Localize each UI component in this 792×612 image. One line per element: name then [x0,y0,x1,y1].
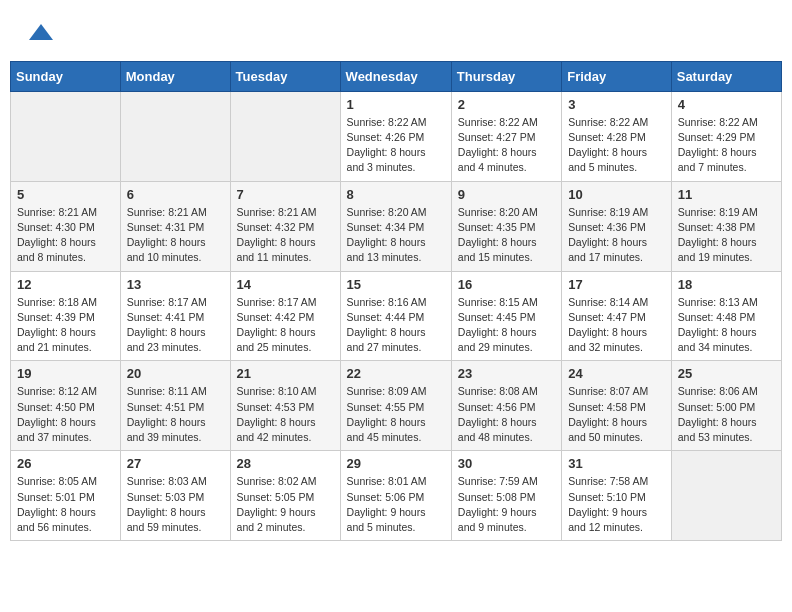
day-header-monday: Monday [120,61,230,91]
day-number: 30 [458,456,555,471]
calendar-cell: 20Sunrise: 8:11 AM Sunset: 4:51 PM Dayli… [120,361,230,451]
calendar-week-row: 26Sunrise: 8:05 AM Sunset: 5:01 PM Dayli… [11,451,782,541]
calendar-cell: 24Sunrise: 8:07 AM Sunset: 4:58 PM Dayli… [562,361,671,451]
day-info: Sunrise: 8:10 AM Sunset: 4:53 PM Dayligh… [237,384,334,445]
day-header-friday: Friday [562,61,671,91]
day-info: Sunrise: 8:21 AM Sunset: 4:30 PM Dayligh… [17,205,114,266]
day-info: Sunrise: 8:18 AM Sunset: 4:39 PM Dayligh… [17,295,114,356]
day-number: 10 [568,187,664,202]
day-info: Sunrise: 7:58 AM Sunset: 5:10 PM Dayligh… [568,474,664,535]
calendar-cell: 26Sunrise: 8:05 AM Sunset: 5:01 PM Dayli… [11,451,121,541]
day-info: Sunrise: 8:14 AM Sunset: 4:47 PM Dayligh… [568,295,664,356]
day-number: 6 [127,187,224,202]
day-info: Sunrise: 8:20 AM Sunset: 4:34 PM Dayligh… [347,205,445,266]
calendar-header-row: SundayMondayTuesdayWednesdayThursdayFrid… [11,61,782,91]
calendar-cell: 17Sunrise: 8:14 AM Sunset: 4:47 PM Dayli… [562,271,671,361]
day-number: 19 [17,366,114,381]
calendar-cell: 10Sunrise: 8:19 AM Sunset: 4:36 PM Dayli… [562,181,671,271]
day-number: 13 [127,277,224,292]
day-number: 29 [347,456,445,471]
logo-icon [27,20,55,48]
day-info: Sunrise: 8:13 AM Sunset: 4:48 PM Dayligh… [678,295,775,356]
day-info: Sunrise: 8:01 AM Sunset: 5:06 PM Dayligh… [347,474,445,535]
calendar-cell: 7Sunrise: 8:21 AM Sunset: 4:32 PM Daylig… [230,181,340,271]
day-number: 15 [347,277,445,292]
calendar-table: SundayMondayTuesdayWednesdayThursdayFrid… [10,61,782,541]
calendar-week-row: 1Sunrise: 8:22 AM Sunset: 4:26 PM Daylig… [11,91,782,181]
calendar-cell: 3Sunrise: 8:22 AM Sunset: 4:28 PM Daylig… [562,91,671,181]
calendar-cell: 27Sunrise: 8:03 AM Sunset: 5:03 PM Dayli… [120,451,230,541]
day-number: 12 [17,277,114,292]
day-number: 28 [237,456,334,471]
day-info: Sunrise: 8:08 AM Sunset: 4:56 PM Dayligh… [458,384,555,445]
calendar-cell: 14Sunrise: 8:17 AM Sunset: 4:42 PM Dayli… [230,271,340,361]
day-number: 5 [17,187,114,202]
day-info: Sunrise: 8:22 AM Sunset: 4:28 PM Dayligh… [568,115,664,176]
calendar-cell: 13Sunrise: 8:17 AM Sunset: 4:41 PM Dayli… [120,271,230,361]
calendar-cell: 12Sunrise: 8:18 AM Sunset: 4:39 PM Dayli… [11,271,121,361]
day-number: 21 [237,366,334,381]
day-header-thursday: Thursday [451,61,561,91]
day-info: Sunrise: 8:21 AM Sunset: 4:31 PM Dayligh… [127,205,224,266]
page-header [10,10,782,61]
calendar-cell [671,451,781,541]
calendar-cell: 6Sunrise: 8:21 AM Sunset: 4:31 PM Daylig… [120,181,230,271]
day-info: Sunrise: 8:06 AM Sunset: 5:00 PM Dayligh… [678,384,775,445]
day-number: 22 [347,366,445,381]
calendar-cell [11,91,121,181]
calendar-cell: 16Sunrise: 8:15 AM Sunset: 4:45 PM Dayli… [451,271,561,361]
day-info: Sunrise: 8:03 AM Sunset: 5:03 PM Dayligh… [127,474,224,535]
day-header-sunday: Sunday [11,61,121,91]
day-info: Sunrise: 8:12 AM Sunset: 4:50 PM Dayligh… [17,384,114,445]
day-info: Sunrise: 8:22 AM Sunset: 4:26 PM Dayligh… [347,115,445,176]
day-number: 27 [127,456,224,471]
day-number: 7 [237,187,334,202]
svg-marker-0 [29,24,53,40]
calendar-cell: 18Sunrise: 8:13 AM Sunset: 4:48 PM Dayli… [671,271,781,361]
calendar-cell: 25Sunrise: 8:06 AM Sunset: 5:00 PM Dayli… [671,361,781,451]
day-number: 16 [458,277,555,292]
day-number: 23 [458,366,555,381]
day-info: Sunrise: 7:59 AM Sunset: 5:08 PM Dayligh… [458,474,555,535]
calendar-cell: 21Sunrise: 8:10 AM Sunset: 4:53 PM Dayli… [230,361,340,451]
day-info: Sunrise: 8:22 AM Sunset: 4:27 PM Dayligh… [458,115,555,176]
day-header-saturday: Saturday [671,61,781,91]
calendar-cell: 29Sunrise: 8:01 AM Sunset: 5:06 PM Dayli… [340,451,451,541]
day-number: 20 [127,366,224,381]
day-info: Sunrise: 8:19 AM Sunset: 4:36 PM Dayligh… [568,205,664,266]
calendar-cell: 11Sunrise: 8:19 AM Sunset: 4:38 PM Dayli… [671,181,781,271]
day-number: 3 [568,97,664,112]
day-number: 18 [678,277,775,292]
calendar-cell: 23Sunrise: 8:08 AM Sunset: 4:56 PM Dayli… [451,361,561,451]
day-number: 8 [347,187,445,202]
calendar-cell [120,91,230,181]
day-number: 31 [568,456,664,471]
logo [25,20,55,53]
day-info: Sunrise: 8:20 AM Sunset: 4:35 PM Dayligh… [458,205,555,266]
day-number: 9 [458,187,555,202]
day-number: 1 [347,97,445,112]
day-info: Sunrise: 8:07 AM Sunset: 4:58 PM Dayligh… [568,384,664,445]
day-header-tuesday: Tuesday [230,61,340,91]
day-number: 26 [17,456,114,471]
day-number: 17 [568,277,664,292]
calendar-cell: 31Sunrise: 7:58 AM Sunset: 5:10 PM Dayli… [562,451,671,541]
day-info: Sunrise: 8:21 AM Sunset: 4:32 PM Dayligh… [237,205,334,266]
calendar-week-row: 12Sunrise: 8:18 AM Sunset: 4:39 PM Dayli… [11,271,782,361]
calendar-cell: 4Sunrise: 8:22 AM Sunset: 4:29 PM Daylig… [671,91,781,181]
calendar-cell: 22Sunrise: 8:09 AM Sunset: 4:55 PM Dayli… [340,361,451,451]
day-number: 14 [237,277,334,292]
day-info: Sunrise: 8:17 AM Sunset: 4:41 PM Dayligh… [127,295,224,356]
day-info: Sunrise: 8:19 AM Sunset: 4:38 PM Dayligh… [678,205,775,266]
calendar-cell: 1Sunrise: 8:22 AM Sunset: 4:26 PM Daylig… [340,91,451,181]
calendar-cell: 8Sunrise: 8:20 AM Sunset: 4:34 PM Daylig… [340,181,451,271]
calendar-cell: 28Sunrise: 8:02 AM Sunset: 5:05 PM Dayli… [230,451,340,541]
day-info: Sunrise: 8:16 AM Sunset: 4:44 PM Dayligh… [347,295,445,356]
day-info: Sunrise: 8:05 AM Sunset: 5:01 PM Dayligh… [17,474,114,535]
calendar-week-row: 5Sunrise: 8:21 AM Sunset: 4:30 PM Daylig… [11,181,782,271]
day-info: Sunrise: 8:02 AM Sunset: 5:05 PM Dayligh… [237,474,334,535]
day-number: 2 [458,97,555,112]
day-number: 24 [568,366,664,381]
day-info: Sunrise: 8:09 AM Sunset: 4:55 PM Dayligh… [347,384,445,445]
day-info: Sunrise: 8:17 AM Sunset: 4:42 PM Dayligh… [237,295,334,356]
